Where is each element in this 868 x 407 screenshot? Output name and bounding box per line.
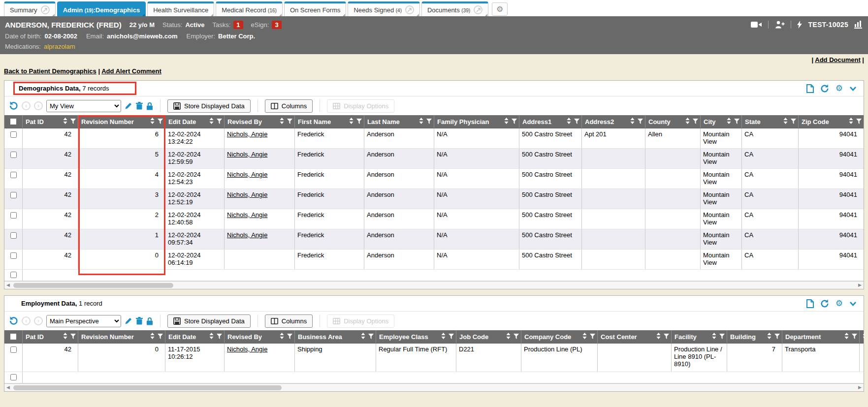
revised-by-link[interactable]: Nichols, Angie	[227, 211, 267, 219]
column-header-revised-by[interactable]: Revised By	[225, 115, 295, 128]
horizontal-scrollbar[interactable]: ◀ ▶	[4, 281, 864, 289]
column-header-building[interactable]: Building	[727, 330, 782, 343]
column-header-last-name[interactable]: Last Name	[364, 115, 434, 128]
scroll-right-arrow[interactable]: ▶	[858, 385, 862, 390]
column-header-address2[interactable]: Address2	[582, 115, 645, 128]
scrollbar-thumb[interactable]	[13, 283, 173, 288]
sort-icon[interactable]	[767, 333, 772, 341]
filter-icon[interactable]	[287, 333, 292, 341]
sort-icon[interactable]	[150, 333, 155, 341]
filter-icon[interactable]	[693, 118, 698, 125]
column-header-state[interactable]: State	[742, 115, 799, 128]
column-header-employee-class[interactable]: Employee Class	[376, 330, 456, 343]
new-document-icon[interactable]	[806, 299, 814, 308]
filter-icon[interactable]	[217, 118, 222, 125]
tasks-badge[interactable]: 1	[233, 21, 243, 29]
row-checkbox[interactable]	[10, 232, 17, 239]
column-header-revision-number[interactable]: Revision Number	[78, 115, 165, 128]
tab-documents-39[interactable]: Documents (39)	[421, 1, 488, 16]
column-header-county[interactable]: County	[645, 115, 701, 128]
sort-icon[interactable]	[863, 333, 865, 341]
refresh-icon[interactable]	[820, 84, 829, 93]
new-document-icon[interactable]	[806, 84, 814, 93]
row-checkbox[interactable]	[10, 346, 17, 353]
sort-icon[interactable]	[849, 118, 853, 125]
filter-icon[interactable]	[426, 118, 432, 125]
panel-settings-gear-icon[interactable]: ⚙	[836, 84, 843, 93]
revised-by-link[interactable]: Nichols, Angie	[227, 171, 267, 178]
prev-view-button[interactable]: ‹	[22, 316, 31, 325]
sort-icon[interactable]	[63, 333, 67, 341]
bolt-icon[interactable]	[797, 21, 802, 29]
filter-icon[interactable]	[449, 333, 454, 341]
esign-badge[interactable]: 3	[272, 21, 281, 29]
view-select[interactable]: Main Perspective	[46, 315, 121, 327]
select-all-checkbox[interactable]	[10, 334, 16, 340]
collapse-chevron-icon[interactable]	[849, 86, 857, 91]
column-header-family-physician[interactable]: Family Physician	[434, 115, 519, 128]
prev-view-button[interactable]: ‹	[22, 101, 31, 110]
store-displayed-data-button[interactable]: Store Displayed Data	[167, 99, 251, 113]
delete-trash-icon[interactable]	[136, 102, 143, 110]
popout-icon[interactable]	[41, 5, 50, 14]
scroll-left-arrow[interactable]: ◀	[6, 385, 10, 390]
filter-icon[interactable]	[574, 118, 579, 125]
row-checkbox[interactable]	[10, 131, 17, 138]
row-checkbox[interactable]	[10, 152, 17, 158]
add-document-link[interactable]: Add Document	[815, 56, 860, 63]
popout-icon[interactable]	[474, 5, 482, 14]
column-header-address1[interactable]: Address1	[519, 115, 582, 128]
column-header-facility[interactable]: Facility	[672, 330, 727, 343]
select-all-checkbox[interactable]	[10, 119, 16, 125]
add-user-icon[interactable]	[774, 21, 785, 29]
refresh-icon[interactable]	[820, 299, 829, 308]
sort-icon[interactable]	[150, 118, 155, 125]
scroll-left-arrow[interactable]: ◀	[6, 283, 10, 287]
filter-icon[interactable]	[287, 118, 292, 125]
scroll-right-arrow[interactable]: ▶	[858, 283, 862, 287]
sort-icon[interactable]	[441, 333, 446, 341]
row-checkbox[interactable]	[10, 212, 17, 219]
column-header-business-area[interactable]: Business Area	[295, 330, 376, 343]
filter-icon[interactable]	[590, 333, 595, 341]
horizontal-scrollbar[interactable]: ◀ ▶	[4, 383, 864, 391]
column-header-edit-date[interactable]: Edit Date	[165, 330, 225, 343]
tab-admin-19-demographics[interactable]: Admin (19):Demographics	[57, 1, 146, 16]
filter-icon[interactable]	[734, 118, 739, 125]
sort-icon[interactable]	[630, 118, 635, 125]
row-checkbox[interactable]	[10, 272, 17, 278]
column-header-revision-number[interactable]: Revision Number	[78, 330, 165, 343]
sort-icon[interactable]	[419, 118, 423, 125]
revised-by-link[interactable]: Nichols, Angie	[227, 151, 267, 158]
filter-icon[interactable]	[356, 118, 362, 125]
revised-by-link[interactable]: Nichols, Angie	[227, 130, 267, 138]
filter-icon[interactable]	[774, 333, 780, 341]
tab-medical-record-16[interactable]: Medical Record (16)	[216, 1, 283, 16]
undo-icon[interactable]	[8, 101, 18, 111]
column-header-pat-id[interactable]: Pat ID	[23, 330, 78, 343]
edit-pencil-icon[interactable]	[125, 317, 132, 325]
filter-icon[interactable]	[664, 333, 669, 341]
filter-icon[interactable]	[158, 118, 163, 125]
lock-icon[interactable]	[146, 317, 153, 325]
column-header-cost-center[interactable]: Cost Center	[598, 330, 672, 343]
sort-icon[interactable]	[582, 333, 587, 341]
column-header-h[interactable]: H	[860, 330, 865, 343]
filter-icon[interactable]	[70, 118, 76, 125]
column-header-company-code[interactable]: Company Code	[521, 330, 598, 343]
filter-icon[interactable]	[512, 118, 517, 125]
column-header-job-code[interactable]: Job Code	[456, 330, 521, 343]
filter-icon[interactable]	[217, 333, 222, 341]
filter-icon[interactable]	[70, 333, 76, 341]
edit-pencil-icon[interactable]	[125, 102, 132, 110]
add-alert-comment-link[interactable]: Add Alert Comment	[101, 67, 161, 75]
filter-icon[interactable]	[158, 333, 163, 341]
sort-icon[interactable]	[685, 118, 690, 125]
undo-icon[interactable]	[8, 316, 18, 326]
tab-needs-signed-4[interactable]: Needs Signed (4)	[348, 1, 420, 16]
column-header-revised-by[interactable]: Revised By	[225, 330, 295, 343]
sort-icon[interactable]	[567, 118, 571, 125]
row-checkbox[interactable]	[10, 192, 17, 198]
sort-icon[interactable]	[844, 333, 849, 341]
sort-icon[interactable]	[656, 333, 661, 341]
